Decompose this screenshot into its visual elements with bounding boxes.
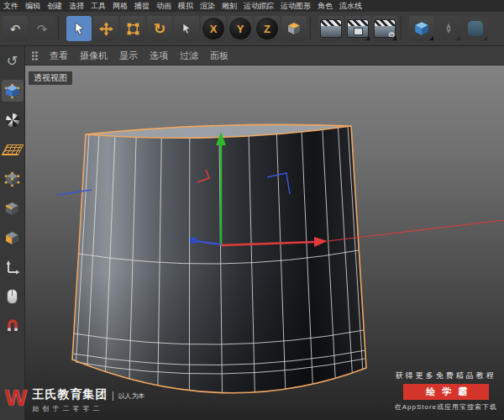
- vp-menu-panel[interactable]: 面板: [210, 50, 228, 62]
- subdivision-surface-icon: [468, 21, 483, 36]
- y-axis-lock-button[interactable]: Y: [228, 16, 253, 41]
- make-editable-button[interactable]: ↺: [2, 50, 24, 72]
- redo-button[interactable]: ↷: [29, 16, 55, 41]
- render-settings-icon: ⚙: [375, 20, 395, 37]
- pen-icon: [442, 22, 455, 35]
- x-axis-lock-button[interactable]: X: [201, 16, 226, 41]
- brand-watermark: W 王氏教育集团 以人为本 始创于二零零二: [5, 387, 144, 413]
- render-settings-button[interactable]: ⚙: [372, 16, 397, 41]
- render-clapperboard-icon: [321, 20, 341, 37]
- cursor-icon: [72, 22, 86, 35]
- axis-icon: [5, 260, 20, 275]
- menu-render[interactable]: 渲染: [200, 1, 215, 12]
- z-axis-label: Z: [256, 18, 278, 39]
- render-picture-viewer-button[interactable]: [345, 16, 370, 41]
- viewport-solo-button[interactable]: [2, 286, 24, 307]
- texture-mode-icon: [6, 113, 19, 127]
- undo-icon: ↶: [10, 23, 21, 35]
- drag-grip-icon[interactable]: [32, 55, 34, 57]
- vp-menu-view[interactable]: 查看: [50, 50, 68, 62]
- points-mode-button[interactable]: [2, 168, 24, 190]
- model-mode-icon: [4, 83, 20, 99]
- menu-animate[interactable]: 动画: [156, 1, 171, 12]
- view-label[interactable]: 透视视图: [29, 71, 72, 85]
- toolbar-separator: [58, 17, 63, 40]
- menu-file[interactable]: 文件: [3, 1, 18, 12]
- dropdown-corner-icon: [483, 36, 487, 40]
- menu-tools[interactable]: 工具: [91, 1, 106, 12]
- menu-mesh[interactable]: 网格: [113, 1, 128, 12]
- rotate-icon: ↻: [154, 22, 165, 36]
- menu-create[interactable]: 创建: [47, 1, 62, 12]
- enable-snap-button[interactable]: [2, 315, 24, 337]
- menu-select[interactable]: 选择: [69, 1, 84, 12]
- brand-name: 王氏教育集团: [32, 387, 108, 402]
- promo-line1: 获得更多免费精品教程: [396, 370, 496, 381]
- vp-menu-display[interactable]: 显示: [119, 50, 138, 62]
- promo-watermark: 获得更多免费精品教程 绘学霸 在AppStore或应用宝搜索下载: [395, 370, 497, 412]
- menu-snap[interactable]: 捕捉: [134, 1, 150, 12]
- dropdown-corner-icon: [392, 36, 396, 40]
- scale-tool-button[interactable]: [120, 16, 145, 41]
- last-used-tool-button[interactable]: [174, 16, 199, 41]
- polygons-mode-icon: [4, 230, 20, 246]
- menu-pipeline[interactable]: 流水线: [339, 1, 362, 12]
- redo-icon: ↷: [37, 23, 48, 35]
- axis-z-arrowhead[interactable]: [190, 237, 197, 244]
- points-mode-icon: [4, 171, 20, 187]
- subdivision-surface-button[interactable]: [463, 16, 488, 41]
- dropdown-corner-icon: [456, 36, 460, 40]
- undo-button[interactable]: ↶: [3, 16, 28, 41]
- menu-simulate[interactable]: 模拟: [178, 1, 193, 12]
- edges-mode-icon: [4, 201, 20, 217]
- y-axis-label: Y: [229, 18, 251, 39]
- application-window: 文件 编辑 创建 选择 工具 网格 捕捉 动画 模拟 渲染 雕刻 运动跟踪 运动…: [0, 0, 504, 420]
- promo-button[interactable]: 绘学霸: [403, 384, 489, 400]
- z-axis-lock-button[interactable]: Z: [255, 16, 280, 41]
- magnet-icon: [5, 318, 20, 333]
- mode-toolbar: ↺: [0, 46, 25, 420]
- vp-menu-filter[interactable]: 过滤: [180, 50, 198, 62]
- x-axis-label: X: [202, 18, 224, 39]
- rotate-tool-button[interactable]: ↻: [147, 16, 172, 41]
- edges-mode-button[interactable]: [2, 197, 24, 219]
- coordinate-system-button[interactable]: [281, 16, 307, 41]
- polygons-mode-button[interactable]: [2, 227, 24, 249]
- vp-menu-options[interactable]: 选项: [150, 50, 168, 62]
- render-view-button[interactable]: [318, 16, 344, 41]
- brand-logo: W: [5, 387, 27, 409]
- menu-motion-tracker[interactable]: 运动跟踪: [244, 1, 274, 12]
- main-toolbar: ↶ ↷ ↻: [0, 12, 504, 46]
- texture-mode-button[interactable]: [2, 109, 24, 131]
- toolbar-separator: [310, 17, 315, 40]
- promo-line2: 在AppStore或应用宝搜索下载: [395, 402, 497, 412]
- vp-menu-camera[interactable]: 摄像机: [80, 50, 108, 62]
- menu-edit[interactable]: 编辑: [25, 1, 40, 12]
- menu-mograph[interactable]: 运动图形: [281, 1, 311, 12]
- workplane-mode-button[interactable]: [2, 139, 24, 160]
- cube-icon: [413, 20, 430, 37]
- move-tool-button[interactable]: [93, 16, 118, 41]
- coordinate-cube-icon: [286, 21, 302, 36]
- enable-axis-button[interactable]: [2, 256, 24, 278]
- add-primitive-cube-button[interactable]: [409, 16, 434, 41]
- model-mode-button[interactable]: [2, 80, 24, 102]
- brand-text: 王氏教育集团 以人为本 始创于二零零二: [32, 387, 144, 413]
- live-selection-button[interactable]: [66, 16, 92, 41]
- workplane-icon: [1, 144, 24, 155]
- menu-sculpt[interactable]: 雕刻: [222, 1, 237, 12]
- toolbar-separator: [401, 17, 406, 40]
- make-editable-icon: ↺: [7, 55, 18, 68]
- pen-tool-button[interactable]: [436, 16, 461, 41]
- viewport-menubar: 查看 摄像机 显示 选项 过滤 面板: [25, 46, 504, 66]
- render-picture-icon: [348, 20, 368, 37]
- main-menubar: 文件 编辑 创建 选择 工具 网格 捕捉 动画 模拟 渲染 雕刻 运动跟踪 运动…: [0, 0, 504, 12]
- mouse-icon: [7, 289, 18, 304]
- menu-character[interactable]: 角色: [318, 1, 333, 12]
- viewport-canvas[interactable]: [25, 46, 504, 420]
- viewport[interactable]: 查看 摄像机 显示 选项 过滤 面板 透视视图: [25, 46, 504, 420]
- dropdown-corner-icon: [365, 36, 370, 40]
- cylinder-object[interactable]: [72, 124, 366, 392]
- move-icon: [99, 22, 113, 36]
- dropdown-corner-icon: [429, 36, 433, 40]
